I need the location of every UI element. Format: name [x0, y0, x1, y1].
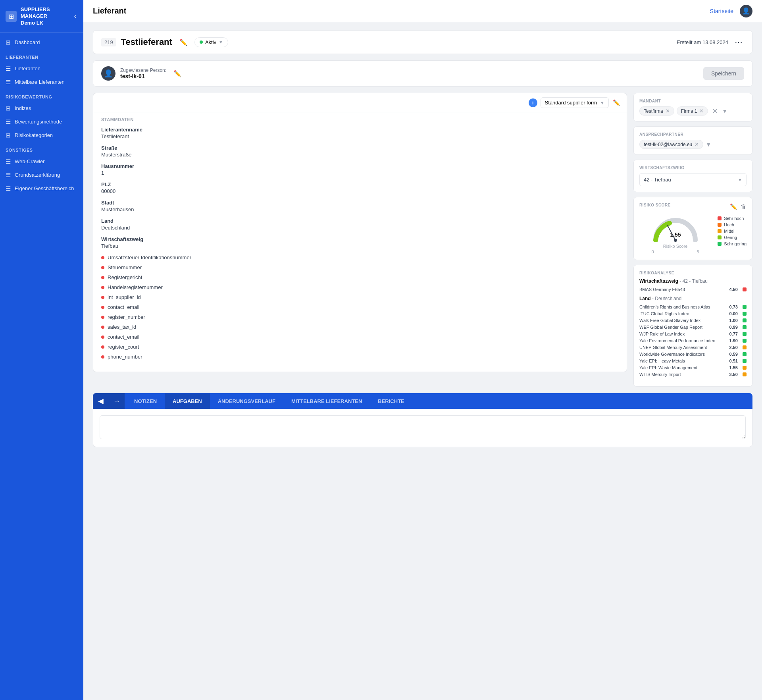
risk-name-wjp: WJP Rule of Law Index — [639, 332, 726, 336]
field-lieferantenname: Lieferantenname Testlieferant — [101, 127, 619, 139]
risiko-score-header: Risiko Score ✏️ 🗑 — [639, 203, 747, 210]
sidebar-item-grundsatz[interactable]: ☰ Grundsatzerklärung — [0, 168, 83, 182]
main-content: Lieferant Startseite 👤 219 Testlieferant… — [83, 0, 762, 700]
field-stadt-value: Musterhausen — [101, 206, 619, 212]
required-dot-register-court — [101, 345, 104, 349]
dashboard-icon: ⊞ — [6, 39, 11, 46]
supplier-name-edit-button[interactable]: ✏️ — [177, 38, 190, 47]
sidebar-item-dashboard[interactable]: ⊞ Dashboard — [0, 36, 83, 49]
form-edit-button[interactable]: ✏️ — [612, 98, 621, 107]
sidebar-collapse-button[interactable]: ‹ — [73, 12, 78, 21]
field-register-court-label: register_court — [108, 344, 139, 350]
field-phone-number: phone_number — [101, 354, 619, 360]
risk-dot-yale-waste — [743, 366, 747, 370]
tab-berichte[interactable]: BERICHTE — [370, 393, 412, 409]
field-register-number-label: register_number — [108, 314, 145, 320]
risk-name-yale-waste: Yale EPI: Waste Management — [639, 365, 726, 370]
assigned-left: 👤 Zugewiesene Person: test-lk-01 ✏️ — [101, 66, 184, 81]
risk-dot-childrens — [743, 305, 747, 309]
required-dot-register-number — [101, 316, 104, 319]
required-dot-contact-email-1 — [101, 306, 104, 309]
supplier-status-badge[interactable]: Aktiv ▼ — [194, 37, 228, 47]
sidebar-item-bewertungsmethode[interactable]: ☰ Bewertungsmethode — [0, 115, 83, 129]
svg-text:1.55: 1.55 — [670, 231, 681, 238]
risk-name-bmas: BMAS Germany FB543 — [639, 287, 726, 292]
field-land: Land Deutschland — [101, 218, 619, 231]
field-int-supplier-id: int_supplier_id — [101, 294, 619, 300]
risk-val-ituc: 0.00 — [729, 311, 738, 316]
risk-val-childrens: 0.73 — [729, 305, 738, 309]
risiko-score-actions: ✏️ 🗑 — [730, 203, 747, 210]
ansprechpartner-label: Ansprechpartner — [639, 132, 747, 137]
field-lieferantenname-label: Lieferantenname — [101, 127, 619, 133]
required-dot-int-supplier-id — [101, 296, 104, 299]
ansprechpartner-dropdown-button[interactable]: ▼ — [706, 141, 711, 148]
risikoanalyse-land-header: Land - Deutschland — [639, 296, 747, 301]
form-select-wrapper[interactable]: Standard supplier form ▼ — [541, 97, 609, 108]
risiko-legend: Sehr hoch Hoch Mittel — [718, 216, 747, 246]
tab-next-arrow[interactable]: → — [109, 393, 125, 409]
supplier-header: 219 Testlieferant ✏️ Aktiv ▼ Erstellt am… — [93, 30, 752, 54]
risk-name-walkfree: Walk Free Global Slavery Index — [639, 318, 726, 323]
mandant-tag-firma1-close[interactable]: ✕ — [699, 108, 704, 114]
page-title: Lieferant — [93, 6, 126, 15]
legend-dot-hoch — [718, 223, 722, 227]
page-content: 219 Testlieferant ✏️ Aktiv ▼ Erstellt am… — [83, 22, 762, 700]
wirtschaftszweig-select[interactable]: 42 - Tiefbau ▼ — [639, 173, 747, 186]
form-select-chevron-icon: ▼ — [600, 100, 604, 105]
risk-dot-wits — [743, 372, 747, 376]
sidebar-item-eigener[interactable]: ☰ Eigener Geschäftsbereich — [0, 182, 83, 195]
startseite-link[interactable]: Startseite — [710, 8, 733, 14]
risikoanalyse-wz-header: Wirtschaftszweig - 42 - Tiefbau — [639, 278, 747, 284]
risk-name-wwgi: Worldwide Governance Indicators — [639, 352, 726, 357]
status-active-dot — [200, 40, 203, 44]
mittelbare-icon: ☰ — [6, 79, 11, 86]
risk-name-childrens: Children's Rights and Business Atlas — [639, 305, 726, 309]
tab-notizen[interactable]: NOTIZEN — [126, 393, 165, 409]
required-dot-registergericht — [101, 276, 104, 279]
mandant-tag-testfirma-close[interactable]: ✕ — [666, 108, 670, 114]
sidebar-header: ⊞ SUPPLIERS MANAGER Demo LK ‹ — [0, 0, 83, 33]
legend-dot-gering — [718, 235, 722, 239]
field-sales-tax-id: sales_tax_id — [101, 324, 619, 330]
mandant-tag-firma1: Firma 1 ✕ — [677, 106, 708, 116]
tab-content-area — [93, 409, 752, 447]
info-circle-icon[interactable]: i — [529, 98, 537, 107]
bewertung-icon: ☰ — [6, 118, 11, 125]
wirtschaftszweig-right-label: Wirtschaftszweig — [639, 166, 747, 170]
user-avatar[interactable]: 👤 — [740, 5, 752, 17]
more-options-button[interactable]: ⋯ — [733, 37, 744, 47]
risk-row-wjp: WJP Rule of Law Index 0.77 — [639, 332, 747, 336]
tab-aufgaben[interactable]: AUFGABEN — [165, 393, 210, 409]
risikoanalyse-card: Risikoanalyse Wirtschaftszweig - 42 - Ti… — [633, 265, 752, 387]
risk-val-wwgi: 0.59 — [729, 352, 738, 357]
save-button[interactable]: Speichern — [703, 67, 744, 80]
field-steuernummer-label: Steuernummer — [108, 264, 142, 270]
risk-dot-yale-heavy — [743, 359, 747, 363]
risk-row-yale-waste: Yale EPI: Waste Management 1.55 — [639, 365, 747, 370]
ansprechpartner-tag-close[interactable]: ✕ — [695, 141, 699, 147]
assigned-edit-button[interactable]: ✏️ — [171, 69, 184, 78]
wirtschaftszweig-chevron-icon: ▼ — [738, 177, 742, 182]
sidebar-item-mittelbare-lieferanten[interactable]: ☰ Mittelbare Lieferanten — [0, 75, 83, 89]
risk-row-wwgi: Worldwide Governance Indicators 0.59 — [639, 352, 747, 357]
field-strasse-label: Straße — [101, 145, 619, 151]
risk-val-yale-epi: 1.90 — [729, 338, 738, 343]
sidebar-item-risikokategorien[interactable]: ⊞ Risikokategorien — [0, 129, 83, 142]
risiko-delete-button[interactable]: 🗑 — [741, 203, 747, 210]
tab-aenderungsverlauf[interactable]: ÄNDERUNGSVERLAUF — [210, 393, 283, 409]
sidebar-item-web-crawler[interactable]: ☰ Web-Crawler — [0, 155, 83, 168]
stammdaten-card: i Standard supplier form ▼ ✏️ STAMMDATEN — [93, 93, 627, 372]
mandant-dropdown-button[interactable]: ▼ — [722, 108, 727, 114]
sidebar-item-indizes[interactable]: ⊞ Indizes — [0, 102, 83, 115]
tabs-bar: ◀ → NOTIZEN AUFGABEN ÄNDERUNGSVERLAUF MI… — [93, 393, 752, 409]
risiko-edit-button[interactable]: ✏️ — [730, 203, 737, 210]
tab-mittelbare-lieferanten[interactable]: MITTELBARE LIEFERANTEN — [283, 393, 370, 409]
required-dot-handelsregisternummer — [101, 286, 104, 289]
sidebar-item-lieferanten[interactable]: ☰ Lieferanten — [0, 62, 83, 75]
required-dot-umsatzsteuer — [101, 256, 104, 259]
mandant-add-button[interactable]: ✕ — [710, 107, 720, 116]
tab-prev-arrow[interactable]: ◀ — [93, 393, 109, 409]
aufgaben-textarea[interactable] — [100, 415, 746, 439]
field-int-supplier-id-label: int_supplier_id — [108, 294, 141, 300]
